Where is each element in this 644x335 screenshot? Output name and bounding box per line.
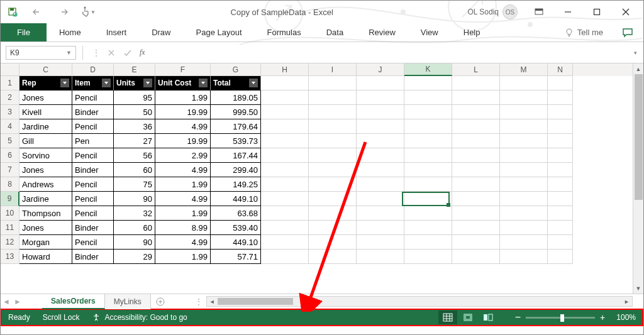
cell[interactable] (452, 177, 500, 192)
cell[interactable] (404, 206, 452, 221)
cell[interactable] (500, 119, 548, 134)
cell[interactable]: 149.25 (211, 177, 261, 192)
fx-icon[interactable]: fx (140, 48, 145, 57)
row-header[interactable]: 12 (1, 235, 19, 250)
cell[interactable] (404, 76, 452, 91)
col-header-M[interactable]: M (500, 63, 548, 76)
horizontal-scrollbar[interactable]: ⋮ ◄ ► (195, 296, 643, 307)
sheet-tab-salesorders[interactable]: SalesOrders (42, 294, 105, 309)
row-header[interactable]: 10 (1, 206, 19, 221)
cell[interactable] (261, 192, 309, 206)
cell[interactable]: Binder (72, 221, 114, 235)
row-header[interactable]: 6 (1, 148, 19, 163)
cell[interactable]: 60 (114, 163, 155, 177)
cell[interactable] (404, 119, 452, 134)
cell[interactable] (500, 235, 548, 250)
col-header-E[interactable]: E (114, 63, 155, 76)
col-header-D[interactable]: D (72, 63, 114, 76)
cell[interactable] (500, 134, 548, 148)
cell[interactable]: Pencil (72, 177, 114, 192)
cell[interactable] (357, 206, 404, 221)
cell[interactable] (261, 250, 309, 264)
cell[interactable] (452, 221, 500, 235)
cell[interactable]: Pencil (72, 235, 114, 250)
cell[interactable] (261, 76, 309, 91)
cell[interactable] (357, 134, 404, 148)
status-accessibility[interactable]: Accessibility: Good to go (92, 313, 187, 322)
cell[interactable]: Total (211, 76, 261, 91)
cell[interactable] (452, 163, 500, 177)
cell[interactable] (452, 192, 500, 206)
tab-file[interactable]: File (1, 23, 47, 41)
cell[interactable] (357, 76, 404, 91)
cell[interactable] (357, 177, 404, 192)
cell[interactable]: Binder (72, 250, 114, 264)
cell[interactable] (548, 221, 573, 235)
cell[interactable]: Binder (72, 163, 114, 177)
cell[interactable] (404, 148, 452, 163)
cell[interactable]: 29 (114, 250, 155, 264)
tab-insert[interactable]: Insert (94, 23, 140, 41)
cell[interactable] (404, 192, 452, 206)
cell[interactable] (548, 192, 573, 206)
cancel-formula-icon[interactable] (103, 46, 119, 60)
page-layout-view-icon[interactable] (458, 310, 477, 324)
cell[interactable]: 60 (114, 221, 155, 235)
name-box[interactable]: K9 ▼ (6, 46, 76, 60)
cell[interactable]: 63.68 (211, 206, 261, 221)
cell[interactable]: 27 (114, 134, 155, 148)
cell[interactable] (404, 91, 452, 105)
cell[interactable] (548, 119, 573, 134)
tab-view[interactable]: View (408, 23, 451, 41)
cell[interactable] (357, 119, 404, 134)
cell[interactable]: 4.99 (155, 235, 211, 250)
cell[interactable]: Pencil (72, 206, 114, 221)
cell[interactable] (309, 76, 357, 91)
cell[interactable] (404, 134, 452, 148)
cell[interactable] (309, 177, 357, 192)
cell[interactable]: 57.71 (211, 250, 261, 264)
cell[interactable]: 1.99 (155, 250, 211, 264)
cell[interactable] (500, 177, 548, 192)
cell[interactable] (548, 206, 573, 221)
cell[interactable] (548, 91, 573, 105)
cell[interactable] (261, 235, 309, 250)
cell[interactable]: Thompson (19, 206, 72, 221)
cell[interactable] (548, 76, 573, 91)
cell[interactable]: Item (72, 76, 114, 91)
scroll-down-icon[interactable]: ▼ (633, 283, 643, 294)
maximize-button[interactable] (583, 3, 611, 21)
name-box-dropdown-icon[interactable]: ▼ (66, 50, 72, 56)
normal-view-icon[interactable] (438, 310, 457, 324)
cell[interactable] (500, 221, 548, 235)
cell[interactable]: 299.40 (211, 163, 261, 177)
cell[interactable]: 50 (114, 105, 155, 119)
cell[interactable]: Andrews (19, 177, 72, 192)
cell[interactable] (261, 119, 309, 134)
cell[interactable]: Jones (19, 163, 72, 177)
cell[interactable]: Units (114, 76, 155, 91)
col-header-F[interactable]: F (155, 63, 211, 76)
zoom-in-button[interactable]: + (600, 312, 605, 322)
enter-formula-icon[interactable] (119, 46, 136, 60)
cell[interactable]: 189.05 (211, 91, 261, 105)
cell[interactable]: Pen (72, 134, 114, 148)
horizontal-scroll-thumb[interactable] (218, 298, 293, 305)
row-header[interactable]: 2 (1, 91, 19, 105)
cell[interactable] (548, 163, 573, 177)
cell[interactable] (261, 105, 309, 119)
row-header[interactable]: 1 (1, 76, 19, 91)
formula-input[interactable] (149, 46, 631, 60)
row-header[interactable]: 3 (1, 105, 19, 119)
cell[interactable] (357, 148, 404, 163)
cell[interactable]: 1.99 (155, 206, 211, 221)
tab-data[interactable]: Data (314, 23, 356, 41)
cell[interactable]: 90 (114, 235, 155, 250)
cell[interactable]: 167.44 (211, 148, 261, 163)
cell[interactable]: Rep (19, 76, 72, 91)
vertical-scrollbar[interactable]: ▲ ▼ (633, 63, 643, 294)
cell[interactable] (500, 91, 548, 105)
cell[interactable]: 449.10 (211, 192, 261, 206)
cell[interactable] (500, 163, 548, 177)
cell[interactable]: 32 (114, 206, 155, 221)
